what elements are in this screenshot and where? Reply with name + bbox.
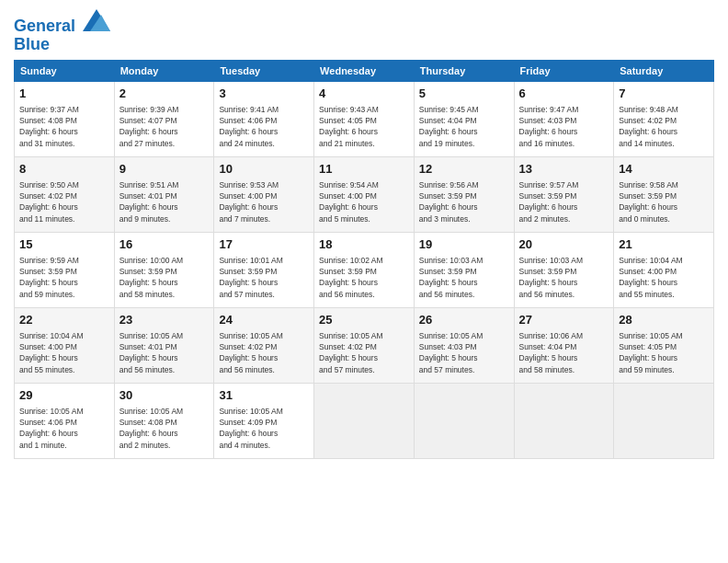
day-info: Sunrise: 9:37 AM Sunset: 4:08 PM Dayligh… <box>19 104 109 149</box>
day-info: Sunrise: 9:58 AM Sunset: 3:59 PM Dayligh… <box>619 179 709 224</box>
calendar-cell: 26Sunrise: 10:05 AM Sunset: 4:03 PM Dayl… <box>414 307 514 383</box>
day-number: 28 <box>619 312 709 328</box>
weekday-header-row: SundayMondayTuesdayWednesdayThursdayFrid… <box>15 60 714 81</box>
calendar-cell: 8Sunrise: 9:50 AM Sunset: 4:02 PM Daylig… <box>15 156 115 232</box>
day-info: Sunrise: 10:03 AM Sunset: 3:59 PM Daylig… <box>419 255 509 300</box>
calendar-cell: 21Sunrise: 10:04 AM Sunset: 4:00 PM Dayl… <box>614 232 714 307</box>
day-number: 20 <box>519 236 609 253</box>
day-info: Sunrise: 10:05 AM Sunset: 4:01 PM Daylig… <box>119 330 210 375</box>
calendar-cell <box>414 383 514 458</box>
calendar-cell: 4Sunrise: 9:43 AM Sunset: 4:05 PM Daylig… <box>314 81 415 156</box>
day-info: Sunrise: 10:01 AM Sunset: 3:59 PM Daylig… <box>219 255 309 300</box>
day-number: 24 <box>219 312 309 328</box>
day-number: 21 <box>619 236 709 253</box>
day-info: Sunrise: 9:50 AM Sunset: 4:02 PM Dayligh… <box>19 179 109 224</box>
day-number: 16 <box>119 236 210 253</box>
calendar-cell: 10Sunrise: 9:53 AM Sunset: 4:00 PM Dayli… <box>214 156 314 232</box>
calendar-cell: 15Sunrise: 9:59 AM Sunset: 3:59 PM Dayli… <box>15 232 115 307</box>
calendar-cell: 20Sunrise: 10:03 AM Sunset: 3:59 PM Dayl… <box>514 232 614 307</box>
day-number: 27 <box>519 312 609 328</box>
day-number: 22 <box>19 312 109 328</box>
day-number: 29 <box>19 387 109 404</box>
calendar-cell: 27Sunrise: 10:06 AM Sunset: 4:04 PM Dayl… <box>514 307 614 383</box>
day-number: 25 <box>319 312 409 328</box>
day-info: Sunrise: 9:47 AM Sunset: 4:03 PM Dayligh… <box>519 104 609 149</box>
day-info: Sunrise: 9:59 AM Sunset: 3:59 PM Dayligh… <box>19 255 109 300</box>
calendar-cell: 24Sunrise: 10:05 AM Sunset: 4:02 PM Dayl… <box>214 307 314 383</box>
day-info: Sunrise: 10:05 AM Sunset: 4:06 PM Daylig… <box>19 406 109 451</box>
calendar-week-4: 22Sunrise: 10:04 AM Sunset: 4:00 PM Dayl… <box>15 307 714 383</box>
day-info: Sunrise: 9:56 AM Sunset: 3:59 PM Dayligh… <box>419 179 509 224</box>
day-number: 10 <box>219 161 309 178</box>
day-number: 17 <box>219 236 309 253</box>
calendar-cell: 7Sunrise: 9:48 AM Sunset: 4:02 PM Daylig… <box>614 81 714 156</box>
day-info: Sunrise: 10:04 AM Sunset: 4:00 PM Daylig… <box>619 255 709 300</box>
day-number: 9 <box>119 161 210 178</box>
calendar-cell: 23Sunrise: 10:05 AM Sunset: 4:01 PM Dayl… <box>114 307 214 383</box>
calendar-cell: 1Sunrise: 9:37 AM Sunset: 4:08 PM Daylig… <box>15 81 115 156</box>
day-info: Sunrise: 10:03 AM Sunset: 3:59 PM Daylig… <box>519 255 609 300</box>
weekday-header-saturday: Saturday <box>614 60 714 81</box>
logo: General Blue <box>14 9 110 54</box>
day-number: 30 <box>119 387 210 404</box>
weekday-header-wednesday: Wednesday <box>314 60 415 81</box>
weekday-header-sunday: Sunday <box>15 60 115 81</box>
logo-general: General <box>14 17 75 35</box>
day-number: 5 <box>419 86 509 102</box>
day-info: Sunrise: 9:57 AM Sunset: 3:59 PM Dayligh… <box>519 179 609 224</box>
calendar-cell: 29Sunrise: 10:05 AM Sunset: 4:06 PM Dayl… <box>15 383 115 458</box>
calendar-cell: 18Sunrise: 10:02 AM Sunset: 3:59 PM Dayl… <box>314 232 415 307</box>
calendar-cell: 25Sunrise: 10:05 AM Sunset: 4:02 PM Dayl… <box>314 307 415 383</box>
day-info: Sunrise: 9:41 AM Sunset: 4:06 PM Dayligh… <box>219 104 309 149</box>
calendar-week-3: 15Sunrise: 9:59 AM Sunset: 3:59 PM Dayli… <box>15 232 714 307</box>
day-info: Sunrise: 9:45 AM Sunset: 4:04 PM Dayligh… <box>419 104 509 149</box>
day-info: Sunrise: 10:05 AM Sunset: 4:03 PM Daylig… <box>419 330 509 375</box>
day-info: Sunrise: 10:05 AM Sunset: 4:02 PM Daylig… <box>319 330 409 375</box>
day-number: 3 <box>219 86 309 102</box>
day-info: Sunrise: 9:54 AM Sunset: 4:00 PM Dayligh… <box>319 179 409 224</box>
calendar-cell: 16Sunrise: 10:00 AM Sunset: 3:59 PM Dayl… <box>114 232 214 307</box>
calendar-week-1: 1Sunrise: 9:37 AM Sunset: 4:08 PM Daylig… <box>15 81 714 156</box>
day-info: Sunrise: 9:48 AM Sunset: 4:02 PM Dayligh… <box>619 104 709 149</box>
weekday-header-tuesday: Tuesday <box>214 60 314 81</box>
day-info: Sunrise: 10:05 AM Sunset: 4:08 PM Daylig… <box>119 406 210 451</box>
day-info: Sunrise: 9:53 AM Sunset: 4:00 PM Dayligh… <box>219 179 309 224</box>
day-info: Sunrise: 10:06 AM Sunset: 4:04 PM Daylig… <box>519 330 609 375</box>
day-number: 6 <box>519 86 609 102</box>
day-number: 11 <box>319 161 409 178</box>
logo-text: General <box>14 9 110 36</box>
day-number: 2 <box>119 86 210 102</box>
weekday-header-monday: Monday <box>114 60 214 81</box>
day-number: 12 <box>419 161 509 178</box>
day-number: 1 <box>19 86 109 102</box>
weekday-header-thursday: Thursday <box>414 60 514 81</box>
day-number: 13 <box>519 161 609 178</box>
day-number: 19 <box>419 236 509 253</box>
day-number: 8 <box>19 161 109 178</box>
day-number: 31 <box>219 387 309 404</box>
calendar-cell: 30Sunrise: 10:05 AM Sunset: 4:08 PM Dayl… <box>114 383 214 458</box>
calendar-cell: 3Sunrise: 9:41 AM Sunset: 4:06 PM Daylig… <box>214 81 314 156</box>
day-info: Sunrise: 9:39 AM Sunset: 4:07 PM Dayligh… <box>119 104 210 149</box>
header: General Blue <box>14 9 714 54</box>
calendar-cell: 28Sunrise: 10:05 AM Sunset: 4:05 PM Dayl… <box>614 307 714 383</box>
day-info: Sunrise: 9:43 AM Sunset: 4:05 PM Dayligh… <box>319 104 409 149</box>
calendar-cell: 9Sunrise: 9:51 AM Sunset: 4:01 PM Daylig… <box>114 156 214 232</box>
logo-blue: Blue <box>14 36 110 54</box>
day-info: Sunrise: 10:05 AM Sunset: 4:05 PM Daylig… <box>619 330 709 375</box>
weekday-header-friday: Friday <box>514 60 614 81</box>
day-number: 15 <box>19 236 109 253</box>
page: General Blue SundayMondayTuesdayWednesda… <box>0 0 728 563</box>
day-number: 18 <box>319 236 409 253</box>
calendar-cell: 5Sunrise: 9:45 AM Sunset: 4:04 PM Daylig… <box>414 81 514 156</box>
day-number: 7 <box>619 86 709 102</box>
calendar-cell: 12Sunrise: 9:56 AM Sunset: 3:59 PM Dayli… <box>414 156 514 232</box>
calendar-cell <box>314 383 415 458</box>
day-info: Sunrise: 10:05 AM Sunset: 4:02 PM Daylig… <box>219 330 309 375</box>
calendar-cell: 22Sunrise: 10:04 AM Sunset: 4:00 PM Dayl… <box>15 307 115 383</box>
logo-icon <box>83 9 110 31</box>
calendar-cell <box>614 383 714 458</box>
day-info: Sunrise: 10:05 AM Sunset: 4:09 PM Daylig… <box>219 406 309 451</box>
day-number: 4 <box>319 86 409 102</box>
calendar-week-2: 8Sunrise: 9:50 AM Sunset: 4:02 PM Daylig… <box>15 156 714 232</box>
